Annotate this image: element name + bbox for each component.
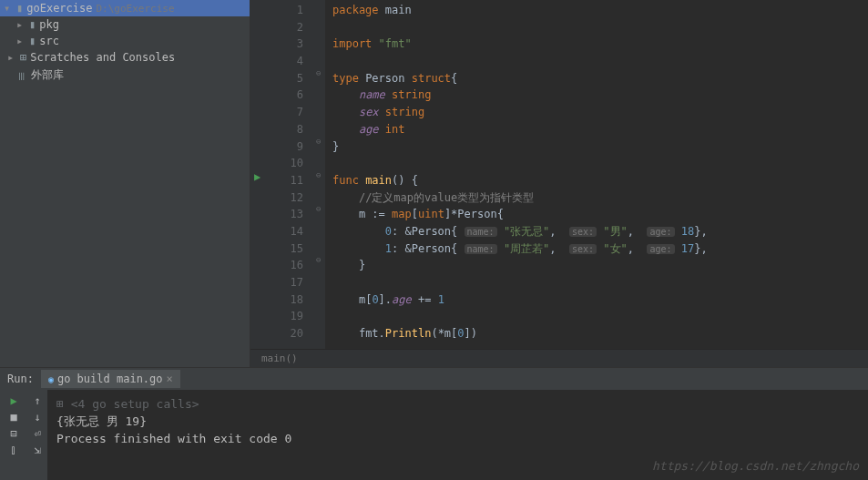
tree-item-label: 外部库 [31, 67, 64, 83]
code-line[interactable]: } [332, 257, 861, 274]
code-line[interactable]: 1: &Person{ name: "周芷若", sex: "女", age: … [332, 240, 861, 258]
expand-arrow-icon: ▸ [7, 51, 16, 64]
code-line[interactable] [332, 19, 861, 36]
code-line[interactable]: name string [332, 87, 861, 104]
line-number: 8 [276, 121, 303, 138]
tree-item-src[interactable]: ▸ ▮ src [0, 33, 250, 49]
code-line[interactable]: package main [332, 2, 861, 19]
line-number: 17 [276, 274, 303, 291]
tree-item-label: src [39, 35, 59, 47]
tree-item-label: pkg [39, 18, 59, 31]
line-number: 16 [276, 257, 303, 274]
run-label: Run: [0, 373, 41, 385]
line-number: 6 [276, 87, 303, 104]
scratches-icon: ⊞ [20, 51, 26, 64]
folder-icon: ▮ [29, 35, 36, 47]
run-tab[interactable]: ◉ go build main.go × [41, 370, 180, 388]
project-tree[interactable]: ▾ ▮ goExercise D:\goExercise ▸ ▮ pkg ▸ ▮… [0, 0, 250, 367]
up-icon[interactable]: ↑ [30, 393, 45, 408]
tree-item-label: Scratches and Consoles [30, 51, 175, 64]
watermark: https://blog.csdn.net/zhngcho [652, 459, 859, 473]
expand-arrow-icon: ▸ [16, 18, 26, 31]
project-path-label: D:\goExercise [96, 3, 174, 15]
line-number: 11 [276, 172, 303, 189]
close-icon[interactable]: × [167, 373, 173, 385]
line-number: 1 [276, 2, 303, 19]
scroll-icon[interactable]: ⇲ [30, 443, 45, 457]
run-tab-label: go build main.go [57, 373, 163, 385]
fold-icon[interactable]: ⊖ [316, 68, 321, 77]
line-number-gutter: 1234567891011121314151617181920 [269, 0, 314, 349]
run-toolbar-left: ▶ ■ ⊟ ⫿ [0, 390, 27, 480]
code-line[interactable]: 0: &Person{ name: "张无忌", sex: "男", age: … [332, 223, 861, 240]
fold-icon[interactable]: ⊖ [316, 255, 321, 264]
fold-gutter: ⊖⊖⊖⊖⊖ [314, 0, 325, 349]
setup-calls-label: <4 go setup calls> [71, 397, 199, 411]
code-line[interactable]: m := map[uint]*Person{ [332, 206, 861, 223]
line-number: 20 [276, 325, 303, 342]
code-line[interactable]: sex string [332, 104, 861, 121]
code-line[interactable] [332, 308, 861, 325]
line-number: 19 [276, 308, 303, 325]
tree-item-external-libs[interactable]: ⫼ 外部库 [0, 66, 250, 85]
console-line: {张无忌 男 19} [56, 413, 859, 430]
project-name-label: goExercise [26, 2, 92, 15]
run-toolbar-right: ↑ ↓ ⏎ ⇲ [27, 390, 47, 480]
tree-item-pkg[interactable]: ▸ ▮ pkg [0, 16, 250, 33]
fold-icon[interactable]: ⊖ [316, 204, 321, 213]
code-line[interactable]: m[0].age += 1 [332, 291, 861, 309]
code-line[interactable] [332, 53, 861, 70]
line-number: 3 [276, 36, 303, 53]
down-icon[interactable]: ↓ [30, 410, 45, 424]
breadcrumb[interactable]: main() [250, 349, 868, 367]
line-number: 18 [276, 291, 303, 309]
code-line[interactable]: } [332, 138, 861, 156]
fold-icon[interactable]: ⊖ [316, 170, 321, 179]
line-number: 7 [276, 104, 303, 121]
expand-arrow-icon: ▸ [16, 35, 26, 47]
code-line[interactable]: fmt.Println(*m[0]) [332, 325, 861, 342]
go-file-icon: ◉ [48, 374, 54, 384]
code-line[interactable]: type Person struct{ [332, 70, 861, 87]
code-line[interactable]: age int [332, 121, 861, 138]
code-line[interactable]: func main() { [332, 172, 861, 189]
editor: ▶ 1234567891011121314151617181920 ⊖⊖⊖⊖⊖ … [250, 0, 868, 367]
tree-item-scratches[interactable]: ▸ ⊞ Scratches and Consoles [0, 49, 250, 66]
code-line[interactable]: import "fmt" [332, 36, 861, 53]
line-number: 15 [276, 240, 303, 258]
layout-icon[interactable]: ⊟ [6, 426, 21, 441]
line-number: 4 [276, 53, 303, 70]
line-number: 2 [276, 19, 303, 36]
run-gutter: ▶ [250, 0, 269, 349]
fold-expand-icon[interactable]: ⊞ [56, 397, 64, 411]
folder-icon: ▮ [16, 2, 23, 15]
rerun-icon[interactable]: ▶ [6, 393, 21, 408]
expand-arrow-icon: ▾ [4, 2, 13, 15]
line-number: 9 [276, 138, 303, 156]
run-header: Run: ◉ go build main.go × [0, 368, 868, 390]
code-content[interactable]: package mainimport "fmt"type Person stru… [325, 0, 868, 349]
console-line: Process finished with exit code 0 [56, 430, 859, 447]
line-number: 10 [276, 155, 303, 172]
code-line[interactable] [332, 155, 861, 172]
line-number: 12 [276, 189, 303, 207]
breadcrumb-label: main() [261, 352, 298, 364]
run-line-icon[interactable]: ▶ [254, 170, 260, 183]
libs-icon: ⫼ [16, 69, 27, 82]
code-line[interactable] [332, 274, 861, 291]
line-number: 14 [276, 223, 303, 240]
line-number: 5 [276, 70, 303, 87]
stop-icon[interactable]: ■ [6, 410, 21, 424]
folder-icon: ▮ [29, 18, 36, 31]
pin-icon[interactable]: ⫿ [6, 443, 21, 457]
line-number: 13 [276, 206, 303, 223]
wrap-icon[interactable]: ⏎ [30, 426, 45, 441]
fold-icon[interactable]: ⊖ [316, 137, 321, 146]
project-root[interactable]: ▾ ▮ goExercise D:\goExercise [0, 0, 250, 16]
code-line[interactable]: //定义map的value类型为指针类型 [332, 189, 861, 207]
